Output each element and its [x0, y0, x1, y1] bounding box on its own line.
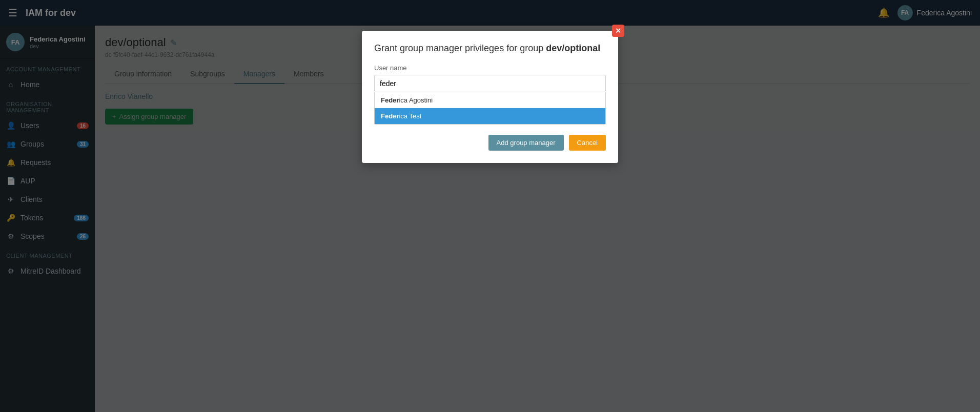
autocomplete-dropdown: Federica Agostini Federica Test	[374, 92, 606, 125]
username-form-group: User name Federica Agostini Federica Tes…	[374, 64, 606, 125]
modal: ✕ Grant group manager privileges for gro…	[362, 31, 618, 163]
autocomplete-highlight-selected: Feder	[381, 112, 399, 120]
modal-overlay: ✕ Grant group manager privileges for gro…	[0, 0, 980, 412]
autocomplete-rest-selected: ica Test	[399, 112, 421, 120]
autocomplete-item-federica-test[interactable]: Federica Test	[375, 108, 605, 124]
autocomplete-rest: ica Agostini	[399, 96, 433, 104]
cancel-button[interactable]: Cancel	[569, 135, 606, 151]
username-label: User name	[374, 64, 606, 72]
username-input[interactable]	[374, 75, 606, 92]
modal-footer: Add group manager Cancel	[374, 135, 606, 151]
add-group-manager-button[interactable]: Add group manager	[488, 135, 564, 151]
autocomplete-item-federica-agostini[interactable]: Federica Agostini	[375, 92, 605, 108]
modal-close-button[interactable]: ✕	[612, 25, 624, 37]
autocomplete-highlight: Feder	[381, 96, 399, 104]
modal-title: Grant group manager privileges for group…	[374, 43, 606, 54]
